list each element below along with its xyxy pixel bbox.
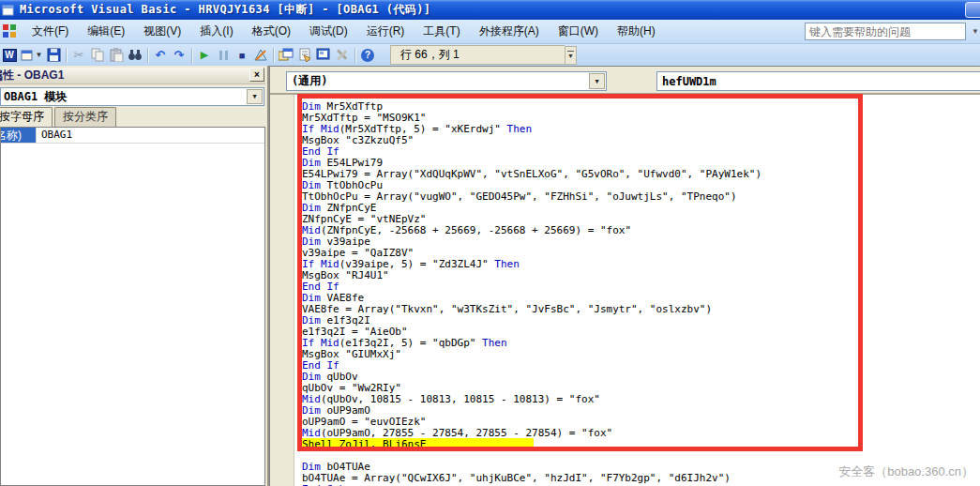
project-explorer-button[interactable] bbox=[277, 46, 295, 64]
code-line: End If bbox=[302, 146, 980, 158]
pause-button[interactable] bbox=[214, 46, 233, 64]
properties-window-icon bbox=[297, 48, 312, 62]
properties-tabs: 按字母序 按分类序 bbox=[0, 110, 118, 127]
chevron-down-icon: ▼ bbox=[36, 51, 43, 59]
form-layout-button[interactable] bbox=[314, 46, 333, 64]
run-button[interactable]: ▶ bbox=[195, 46, 214, 64]
cut-button[interactable]: ✂ bbox=[69, 46, 88, 64]
pause-icon bbox=[219, 51, 228, 60]
stop-icon: ■ bbox=[239, 50, 246, 61]
vb-project-icon bbox=[3, 24, 17, 38]
code-margin[interactable] bbox=[270, 95, 294, 486]
watermark: 安全客（bobao.360.cn） bbox=[838, 463, 973, 480]
menu-item-e[interactable]: 编辑(E) bbox=[78, 20, 134, 43]
object-dropdown-value: (通用) bbox=[292, 73, 327, 89]
tab-categorized[interactable]: 按分类序 bbox=[54, 107, 116, 127]
properties-panel: 属性 - OBAG1 × OBAG1 模块 ▼ 按字母序 按分类序 (名称) O… bbox=[0, 66, 269, 486]
chevron-down-icon[interactable]: ▼ bbox=[589, 73, 605, 89]
save-button[interactable] bbox=[44, 46, 63, 64]
add-form-button[interactable]: ▼ bbox=[19, 46, 44, 64]
help-button[interactable]: ? bbox=[358, 46, 377, 64]
code-line: MsgBox "GIUMxXj" bbox=[302, 349, 980, 360]
property-row[interactable]: (名称) OBAG1 bbox=[1, 128, 264, 144]
copy-icon bbox=[91, 48, 105, 62]
toolbar-separator bbox=[66, 48, 67, 63]
help-icon: ? bbox=[361, 49, 374, 62]
copy-button[interactable] bbox=[88, 46, 107, 64]
close-button[interactable] bbox=[965, 2, 980, 18]
tab-alphabetic[interactable]: 按字母序 bbox=[0, 107, 53, 127]
menu-items: 文件(F)编辑(E)视图(V)插入(I)格式(O)调试(D)运行(R)工具(T)… bbox=[23, 20, 665, 43]
design-mode-button[interactable] bbox=[251, 46, 270, 64]
code-line: E54LPwi79 = Array("XdQUqKpWV", "vtSnELXo… bbox=[302, 169, 980, 180]
code-line: Shell ZoJjl, BLj6nsE bbox=[302, 439, 980, 450]
property-value-cell[interactable]: OBAG1 bbox=[36, 128, 72, 143]
procedure-dropdown[interactable]: hefUWD1m bbox=[656, 71, 980, 91]
w-addin-button[interactable]: W bbox=[0, 46, 19, 64]
add-form-icon bbox=[21, 48, 35, 62]
code-line: Dim qUbOv bbox=[302, 372, 980, 383]
toolbar-overflow-button[interactable]: ▼ bbox=[565, 46, 577, 65]
run-icon: ▶ bbox=[201, 49, 208, 61]
code-line: MsgBox "RJ4U1" bbox=[302, 270, 980, 281]
procedure-dropdown-value: hefUWD1m bbox=[662, 75, 716, 88]
form-layout-icon bbox=[316, 48, 331, 62]
find-icon bbox=[128, 48, 143, 62]
object-dropdown[interactable]: (通用) ▼ bbox=[286, 71, 607, 91]
menu-item-a[interactable]: 外接程序(A) bbox=[470, 20, 549, 43]
toolbar-separator bbox=[191, 48, 192, 63]
caret-position-panel: 行 66，列 1 bbox=[390, 45, 565, 65]
code-editor[interactable]: Dim Mr5XdTftpMr5XdTftp = "MSO9K1"If Mid(… bbox=[294, 95, 980, 486]
code-line: End If bbox=[302, 360, 980, 372]
properties-panel-titlebar[interactable]: 属性 - OBAG1 bbox=[0, 68, 265, 84]
menu-item-i[interactable]: 插入(I) bbox=[190, 20, 242, 43]
code-line: Mid(ZNfpnCyE, -25668 + 25669, -25668 + 2… bbox=[302, 225, 980, 236]
chevron-down-icon[interactable]: ▼ bbox=[247, 89, 263, 104]
properties-object-value: OBAG1 模块 bbox=[4, 89, 67, 105]
code-line: Mid(qUbOv, 10815 - 10813, 10815 - 10813)… bbox=[302, 394, 980, 405]
help-search-input[interactable] bbox=[805, 23, 966, 40]
cut-icon: ✂ bbox=[74, 48, 84, 62]
window-title: Microsoft Visual Basic - HRVQJY1634 [中断]… bbox=[20, 2, 430, 18]
undo-button[interactable]: ↶ bbox=[151, 46, 170, 64]
properties-object-dropdown[interactable]: OBAG1 模块 ▼ bbox=[0, 87, 264, 106]
object-browser-button[interactable] bbox=[333, 46, 352, 64]
find-button[interactable] bbox=[126, 46, 144, 64]
app-icon bbox=[2, 4, 15, 17]
code-window-header: (通用) ▼ hefUWD1m bbox=[270, 67, 980, 95]
redo-button[interactable]: ↷ bbox=[170, 46, 188, 64]
menu-item-d[interactable]: 调试(D) bbox=[300, 20, 357, 43]
toolbar-separator bbox=[354, 48, 355, 63]
object-browser-icon bbox=[335, 48, 350, 62]
code-window: (通用) ▼ hefUWD1m Dim Mr5XdTftpMr5XdTftp =… bbox=[269, 66, 980, 486]
code-line: End If bbox=[302, 281, 980, 293]
current-statement-highlight: Shell ZoJjl, BLj6nsE bbox=[302, 438, 534, 450]
toolbar-separator bbox=[147, 48, 148, 63]
menu-item-w[interactable]: 窗口(W) bbox=[549, 20, 608, 43]
paste-icon bbox=[110, 48, 124, 62]
titlebar: Microsoft Visual Basic - HRVQJY1634 [中断]… bbox=[0, 0, 980, 20]
chevron-down-icon: ▼ bbox=[972, 27, 979, 36]
property-name-cell: (名称) bbox=[1, 128, 36, 143]
menu-item-v[interactable]: 视图(V) bbox=[134, 20, 190, 43]
design-mode-icon bbox=[253, 48, 268, 62]
menu-bar: 文件(F)编辑(E)视图(V)插入(I)格式(O)调试(D)运行(R)工具(T)… bbox=[0, 20, 980, 44]
project-explorer-icon bbox=[279, 48, 294, 62]
w-addin-icon: W bbox=[3, 49, 17, 62]
code-line bbox=[302, 450, 980, 462]
stop-button[interactable]: ■ bbox=[233, 46, 251, 64]
menu-item-h[interactable]: 帮助(H) bbox=[608, 20, 665, 43]
paste-button[interactable] bbox=[107, 46, 126, 64]
vb-ide-window: Microsoft Visual Basic - HRVQJY1634 [中断]… bbox=[0, 0, 980, 486]
properties-panel-title: 属性 - OBAG1 bbox=[0, 68, 64, 84]
close-icon[interactable]: × bbox=[249, 68, 264, 82]
redo-icon: ↷ bbox=[174, 48, 185, 62]
code-line: TtObhOcPu = Array("vugWO", "GEDO45Pw", "… bbox=[302, 191, 980, 203]
menu-item-t[interactable]: 工具(T) bbox=[414, 20, 469, 43]
properties-window-button[interactable] bbox=[295, 46, 314, 64]
properties-grid: (名称) OBAG1 bbox=[0, 127, 265, 486]
menu-item-r[interactable]: 运行(R) bbox=[357, 20, 415, 43]
menu-item-f[interactable]: 文件(F) bbox=[23, 20, 78, 43]
menu-item-o[interactable]: 格式(O) bbox=[243, 20, 300, 43]
toolbar-separator bbox=[273, 48, 274, 63]
